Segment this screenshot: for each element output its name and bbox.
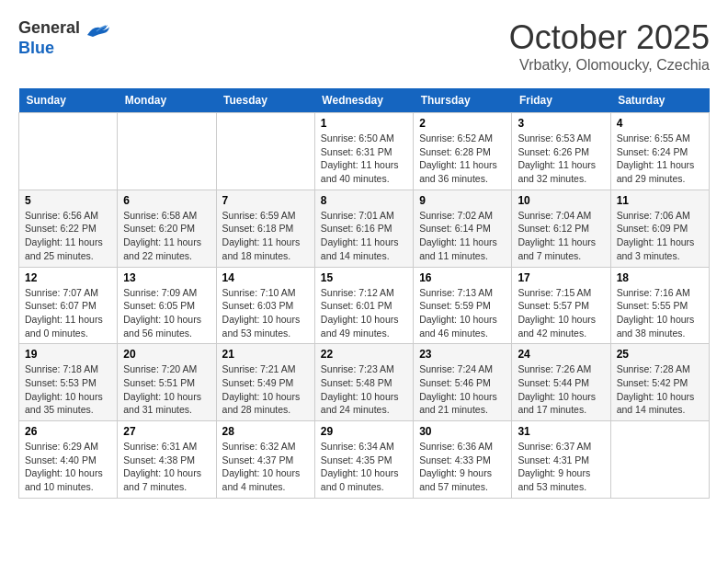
day-number: 10 bbox=[518, 194, 604, 207]
day-number: 24 bbox=[518, 348, 604, 361]
day-number: 29 bbox=[321, 425, 407, 438]
weekday-header-monday: Monday bbox=[118, 88, 216, 113]
day-info: Sunrise: 7:12 AMSunset: 6:01 PMDaylight:… bbox=[321, 286, 407, 340]
day-number: 21 bbox=[222, 348, 309, 361]
day-info: Sunrise: 7:02 AMSunset: 6:14 PMDaylight:… bbox=[419, 209, 506, 263]
day-info: Sunrise: 7:06 AMSunset: 6:09 PMDaylight:… bbox=[617, 209, 703, 263]
calendar-week-2: 5Sunrise: 6:56 AMSunset: 6:22 PMDaylight… bbox=[19, 190, 710, 267]
calendar-cell: 4Sunrise: 6:55 AMSunset: 6:24 PMDaylight… bbox=[610, 113, 709, 190]
weekday-header-row: SundayMondayTuesdayWednesdayThursdayFrid… bbox=[19, 88, 710, 113]
calendar-cell: 13Sunrise: 7:09 AMSunset: 6:05 PMDayligh… bbox=[118, 267, 216, 344]
day-info: Sunrise: 6:58 AMSunset: 6:20 PMDaylight:… bbox=[123, 209, 210, 263]
day-number: 3 bbox=[518, 117, 604, 130]
calendar-cell: 27Sunrise: 6:31 AMSunset: 4:38 PMDayligh… bbox=[118, 421, 216, 499]
day-info: Sunrise: 7:04 AMSunset: 6:12 PMDaylight:… bbox=[518, 209, 604, 263]
calendar-cell: 15Sunrise: 7:12 AMSunset: 6:01 PMDayligh… bbox=[314, 267, 413, 344]
calendar-cell: 8Sunrise: 7:01 AMSunset: 6:16 PMDaylight… bbox=[314, 190, 413, 267]
day-info: Sunrise: 7:09 AMSunset: 6:05 PMDaylight:… bbox=[123, 286, 210, 340]
day-number: 19 bbox=[25, 348, 111, 361]
day-number: 4 bbox=[617, 117, 703, 130]
calendar-cell: 3Sunrise: 6:53 AMSunset: 6:26 PMDaylight… bbox=[512, 113, 610, 190]
calendar-table: SundayMondayTuesdayWednesdayThursdayFrid… bbox=[18, 88, 710, 499]
calendar-cell bbox=[19, 113, 118, 190]
day-info: Sunrise: 7:15 AMSunset: 5:57 PMDaylight:… bbox=[518, 286, 604, 340]
day-number: 27 bbox=[123, 425, 210, 438]
day-info: Sunrise: 6:36 AMSunset: 4:33 PMDaylight:… bbox=[419, 440, 506, 494]
day-number: 13 bbox=[123, 271, 210, 284]
day-info: Sunrise: 7:13 AMSunset: 5:59 PMDaylight:… bbox=[419, 286, 506, 340]
calendar-cell: 1Sunrise: 6:50 AMSunset: 6:31 PMDaylight… bbox=[314, 113, 413, 190]
calendar-cell: 16Sunrise: 7:13 AMSunset: 5:59 PMDayligh… bbox=[414, 267, 512, 344]
day-info: Sunrise: 7:20 AMSunset: 5:51 PMDaylight:… bbox=[123, 362, 210, 417]
day-number: 31 bbox=[518, 425, 604, 438]
logo-bird-icon bbox=[84, 22, 109, 39]
day-number: 8 bbox=[321, 194, 407, 207]
calendar-cell: 14Sunrise: 7:10 AMSunset: 6:03 PMDayligh… bbox=[216, 267, 314, 344]
day-info: Sunrise: 6:50 AMSunset: 6:31 PMDaylight:… bbox=[321, 132, 407, 186]
calendar-cell: 21Sunrise: 7:21 AMSunset: 5:49 PMDayligh… bbox=[216, 344, 314, 421]
calendar-cell: 20Sunrise: 7:20 AMSunset: 5:51 PMDayligh… bbox=[118, 344, 216, 421]
day-number: 16 bbox=[419, 271, 506, 284]
day-info: Sunrise: 6:59 AMSunset: 6:18 PMDaylight:… bbox=[222, 209, 309, 263]
day-number: 5 bbox=[25, 194, 111, 207]
day-info: Sunrise: 6:34 AMSunset: 4:35 PMDaylight:… bbox=[321, 440, 407, 494]
calendar-cell: 19Sunrise: 7:18 AMSunset: 5:53 PMDayligh… bbox=[19, 344, 118, 421]
day-number: 12 bbox=[25, 271, 111, 284]
calendar-cell: 26Sunrise: 6:29 AMSunset: 4:40 PMDayligh… bbox=[19, 421, 118, 499]
day-number: 30 bbox=[419, 425, 506, 438]
calendar-cell: 24Sunrise: 7:26 AMSunset: 5:44 PMDayligh… bbox=[512, 344, 610, 421]
calendar-cell bbox=[118, 113, 216, 190]
day-info: Sunrise: 6:56 AMSunset: 6:22 PMDaylight:… bbox=[25, 209, 111, 263]
calendar-cell: 11Sunrise: 7:06 AMSunset: 6:09 PMDayligh… bbox=[610, 190, 709, 267]
day-info: Sunrise: 7:07 AMSunset: 6:07 PMDaylight:… bbox=[25, 286, 111, 340]
calendar-cell: 29Sunrise: 6:34 AMSunset: 4:35 PMDayligh… bbox=[314, 421, 413, 499]
weekday-header-saturday: Saturday bbox=[610, 88, 709, 113]
location-subtitle: Vrbatky, Olomoucky, Czechia bbox=[509, 57, 710, 74]
calendar-cell: 5Sunrise: 6:56 AMSunset: 6:22 PMDaylight… bbox=[19, 190, 118, 267]
day-info: Sunrise: 7:21 AMSunset: 5:49 PMDaylight:… bbox=[222, 362, 309, 417]
page-header: General Blue October 2025 Vrbatky, Olomo… bbox=[18, 18, 710, 74]
month-title: October 2025 bbox=[509, 18, 710, 57]
calendar-cell: 28Sunrise: 6:32 AMSunset: 4:37 PMDayligh… bbox=[216, 421, 314, 499]
title-block: October 2025 Vrbatky, Olomoucky, Czechia bbox=[509, 18, 710, 74]
calendar-cell bbox=[216, 113, 314, 190]
calendar-cell: 18Sunrise: 7:16 AMSunset: 5:55 PMDayligh… bbox=[610, 267, 709, 344]
logo: General Blue bbox=[18, 18, 109, 58]
day-info: Sunrise: 7:18 AMSunset: 5:53 PMDaylight:… bbox=[25, 362, 111, 417]
day-info: Sunrise: 6:31 AMSunset: 4:38 PMDaylight:… bbox=[123, 440, 210, 494]
day-number: 28 bbox=[222, 425, 309, 438]
calendar-cell: 30Sunrise: 6:36 AMSunset: 4:33 PMDayligh… bbox=[414, 421, 512, 499]
day-number: 17 bbox=[518, 271, 604, 284]
day-info: Sunrise: 7:23 AMSunset: 5:48 PMDaylight:… bbox=[321, 362, 407, 417]
calendar-cell: 12Sunrise: 7:07 AMSunset: 6:07 PMDayligh… bbox=[19, 267, 118, 344]
day-info: Sunrise: 6:52 AMSunset: 6:28 PMDaylight:… bbox=[419, 132, 506, 186]
day-info: Sunrise: 6:29 AMSunset: 4:40 PMDaylight:… bbox=[25, 440, 111, 494]
day-number: 14 bbox=[222, 271, 309, 284]
weekday-header-wednesday: Wednesday bbox=[314, 88, 413, 113]
day-number: 11 bbox=[617, 194, 703, 207]
day-info: Sunrise: 7:01 AMSunset: 6:16 PMDaylight:… bbox=[321, 209, 407, 263]
logo-general-text: General bbox=[18, 18, 80, 39]
day-number: 9 bbox=[419, 194, 506, 207]
day-info: Sunrise: 7:10 AMSunset: 6:03 PMDaylight:… bbox=[222, 286, 309, 340]
calendar-cell: 22Sunrise: 7:23 AMSunset: 5:48 PMDayligh… bbox=[314, 344, 413, 421]
weekday-header-sunday: Sunday bbox=[19, 88, 118, 113]
day-number: 1 bbox=[321, 117, 407, 130]
calendar-week-3: 12Sunrise: 7:07 AMSunset: 6:07 PMDayligh… bbox=[19, 267, 710, 344]
weekday-header-friday: Friday bbox=[512, 88, 610, 113]
calendar-cell: 25Sunrise: 7:28 AMSunset: 5:42 PMDayligh… bbox=[610, 344, 709, 421]
calendar-cell bbox=[610, 421, 709, 499]
day-info: Sunrise: 7:26 AMSunset: 5:44 PMDaylight:… bbox=[518, 362, 604, 417]
day-info: Sunrise: 7:24 AMSunset: 5:46 PMDaylight:… bbox=[419, 362, 506, 417]
weekday-header-thursday: Thursday bbox=[414, 88, 512, 113]
day-number: 6 bbox=[123, 194, 210, 207]
logo-blue-text: Blue bbox=[18, 39, 109, 59]
day-number: 2 bbox=[419, 117, 506, 130]
day-number: 15 bbox=[321, 271, 407, 284]
weekday-header-tuesday: Tuesday bbox=[216, 88, 314, 113]
calendar-week-1: 1Sunrise: 6:50 AMSunset: 6:31 PMDaylight… bbox=[19, 113, 710, 190]
calendar-week-5: 26Sunrise: 6:29 AMSunset: 4:40 PMDayligh… bbox=[19, 421, 710, 499]
day-info: Sunrise: 6:37 AMSunset: 4:31 PMDaylight:… bbox=[518, 440, 604, 494]
calendar-cell: 9Sunrise: 7:02 AMSunset: 6:14 PMDaylight… bbox=[414, 190, 512, 267]
day-info: Sunrise: 6:55 AMSunset: 6:24 PMDaylight:… bbox=[617, 132, 703, 186]
